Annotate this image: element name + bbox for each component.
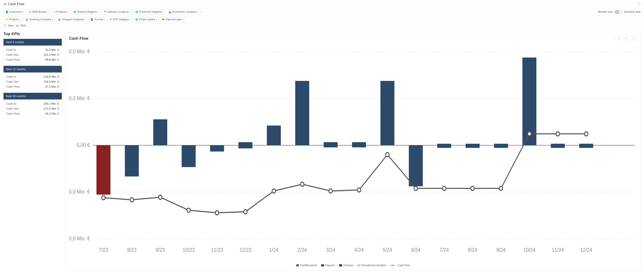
start-date-row: 🕐 Start : Jul. 2023	[0, 23, 644, 28]
kpi-title: Top KPIs	[4, 32, 62, 36]
filter-oem-brands-label: OEM Brands	[32, 10, 47, 13]
filter-delivery-locations-label: Delivery Locations	[108, 10, 128, 13]
point-1124	[556, 132, 560, 136]
chart-actions: ◁ ↻ ▷	[615, 35, 637, 41]
view-toggle-switch[interactable]	[614, 10, 622, 14]
kpi-row-12-cashflow: Cash Flow: -37,5 Mio. €	[6, 84, 59, 89]
payment-type-chevron: ▾	[182, 18, 184, 21]
filter-projects[interactable]: 📁 Projects ▾	[4, 17, 22, 22]
filter-customers[interactable]: 👤 Customers ▾	[4, 9, 26, 14]
filter-charged-company-label: Charged Company	[62, 18, 84, 21]
x-label-1224: 12/24	[580, 247, 592, 253]
point-824	[471, 186, 474, 190]
production-locations-icon: 🏭	[168, 10, 172, 13]
main-content: Top KPIs Next 6 months Cash In: 41,5 Mio…	[0, 28, 644, 274]
project-phase-icon: 🌐	[135, 18, 138, 21]
x-label-424: 4/24	[354, 247, 364, 253]
legend-label-planned: Planned	[325, 264, 335, 267]
delivery-regions-chevron: ▾	[98, 11, 99, 13]
kpi-rows-36months: Cash In: 205,7 Mio. € Cash Out: 171,5 Mi…	[4, 100, 62, 118]
filter-delivery-locations[interactable]: 📍 Delivery Locations ▾	[102, 9, 132, 14]
bar-624-planned	[409, 145, 423, 186]
chart-action-refresh[interactable]: ↻	[623, 35, 629, 41]
shuffle-icon: ⇄	[4, 2, 6, 6]
filter-row-1: 👤 Customers ▾ 🏷 OEM Brands ▾ ▭ Products …	[0, 8, 644, 16]
y-label-40: 40,0 Mio. €	[69, 95, 90, 101]
projects-icon: 📁	[6, 18, 8, 21]
kpi-row-6-cashout: Cash Out: 101,3 Mio. €	[6, 52, 59, 57]
bar-724-planned	[437, 144, 451, 148]
x-label-923: 9/23	[156, 247, 165, 253]
kpi-row-12-cashout: Cash Out: 154,0 Mio. €	[6, 79, 59, 84]
production-regions-chevron: ▾	[163, 11, 164, 13]
quarterly-view-label: Quarterly view	[624, 10, 640, 13]
bar-923-planned	[153, 119, 167, 145]
x-label-823: 8/23	[127, 247, 136, 253]
chart-header: Cash Flow ◁ ↻ ▷	[69, 35, 637, 41]
x-label-724: 7/24	[440, 247, 449, 253]
point-724	[442, 186, 446, 190]
filter-delivery-regions[interactable]: 🌐 Delivery Regions ▾	[71, 9, 101, 14]
filter-otp-category[interactable]: ⚙ OTP category ▾	[108, 17, 132, 22]
kpi-row-36-cashflow: Cash Flow: 34,2 Mio. €	[6, 111, 59, 116]
y-label-neg40: -40,0 Mio. €	[69, 188, 90, 195]
cashflow-line	[104, 134, 586, 213]
chart-legend: Paid/Received Planned Overdue Periodic/A…	[69, 264, 637, 267]
x-label-1123: 11/23	[211, 247, 223, 253]
kpi-row-12-cashin: Cash In: 116,5 Mio. €	[6, 74, 59, 79]
header: ⇄ Cash Flow ⓘ	[0, 0, 644, 8]
kpi-header-36months: Next 36 months	[4, 93, 62, 100]
point-624	[414, 186, 418, 190]
filter-row-2: 📁 Projects ▾ 🏢 Invoicing Company ▾ 🏢 Cha…	[0, 16, 644, 23]
filter-accrual[interactable]: 👤 Accrual ▾	[88, 17, 107, 22]
payment-type-icon: 💳	[162, 18, 165, 21]
y-label-neg80: -80,0 Mio. €	[69, 235, 90, 241]
kpi-row-36-cashin: Cash In: 205,7 Mio. €	[6, 101, 59, 106]
delivery-locations-icon: 📍	[104, 10, 106, 13]
chart-panel: Cash Flow ◁ ↻ ▷ 80,0 Mio. € 40,0 Mio. € …	[65, 32, 640, 271]
kpi-rows-6months: Cash In: 41,5 Mio. € Cash Out: 101,3 Mio…	[4, 45, 62, 64]
x-label-824: 8/24	[468, 247, 477, 253]
bar-1023-planned	[182, 145, 196, 167]
chart-action-right[interactable]: ▷	[631, 35, 637, 41]
x-label-924: 9/24	[496, 247, 506, 253]
filter-invoicing-company[interactable]: 🏢 Invoicing Company ▾	[23, 17, 55, 22]
filter-invoicing-company-label: Invoicing Company	[29, 18, 51, 21]
filter-otp-category-label: OTP category	[112, 18, 128, 21]
legend-overdue: Overdue	[339, 264, 353, 267]
point-723	[102, 196, 105, 200]
kpi-row-6-cashflow: Cash Flow: -59,8 Mio. €	[6, 57, 59, 62]
point-324	[329, 189, 332, 193]
kpi-row-6-cashin: Cash In: 41,5 Mio. €	[6, 47, 59, 52]
point-823	[130, 198, 134, 202]
filter-payment-type[interactable]: 💳 Payment type ▾	[160, 17, 185, 22]
legend-color-planned	[321, 264, 324, 267]
customers-chevron: ▾	[23, 11, 24, 13]
invoicing-company-chevron: ▾	[52, 18, 53, 21]
legend-color-periodic	[358, 264, 360, 267]
bar-924-planned	[494, 144, 508, 148]
filter-products[interactable]: ▭ Products ▾	[52, 9, 70, 14]
page-title: Cash Flow	[8, 2, 24, 6]
filter-production-locations[interactable]: 🏭 Production Locations ▾	[166, 9, 200, 14]
filter-production-regions[interactable]: 🌐 Production Regions ▾	[133, 9, 166, 14]
bar-824-planned	[466, 144, 480, 148]
point-1223	[244, 210, 247, 214]
bar-1224-planned	[579, 144, 593, 148]
customers-icon: 👤	[6, 10, 8, 13]
x-label-1023: 10/23	[182, 247, 195, 253]
clock-icon: 🕐	[4, 24, 7, 27]
kpi-panel: Top KPIs Next 6 months Cash In: 41,5 Mio…	[4, 32, 62, 271]
production-regions-icon: 🌐	[135, 10, 138, 13]
filter-oem-brands[interactable]: 🏷 OEM Brands ▾	[26, 9, 50, 14]
info-icon[interactable]: ⓘ	[637, 2, 640, 6]
legend-label-paid: Paid/Received	[300, 264, 317, 267]
x-label-224: 2/24	[298, 247, 307, 253]
bar-224-planned	[295, 81, 309, 145]
chart-action-left[interactable]: ◁	[615, 35, 621, 41]
filter-charged-company[interactable]: 🏢 Charged Company ▾	[56, 17, 88, 22]
delivery-regions-icon: 🌐	[73, 10, 76, 13]
filter-project-phase[interactable]: 🌐 Project phase ▾	[133, 17, 159, 22]
x-label-124: 1/24	[269, 247, 278, 253]
point-923	[158, 195, 162, 199]
